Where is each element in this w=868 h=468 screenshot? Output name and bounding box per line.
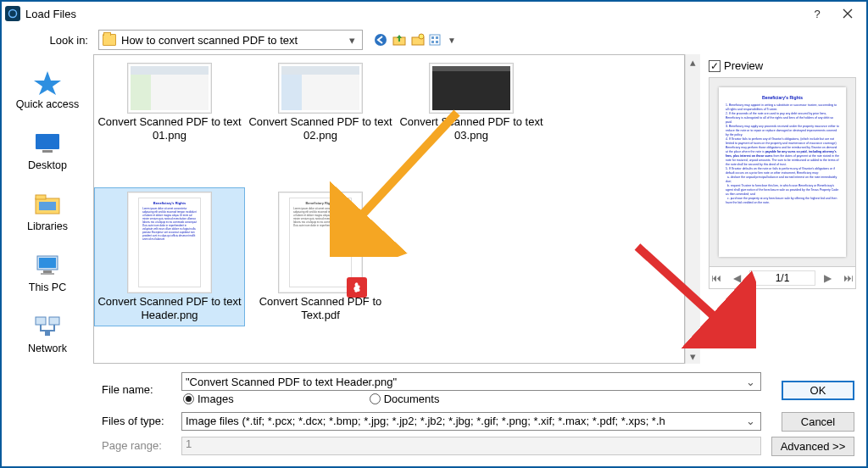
filename-label: File name: — [93, 383, 176, 396]
sidebar-item-label: This PC — [29, 281, 66, 293]
svg-rect-11 — [36, 134, 59, 149]
close-button[interactable] — [832, 2, 863, 25]
sidebar-item-label: Desktop — [28, 159, 67, 171]
sidebar-item-desktop[interactable]: Desktop — [2, 124, 93, 176]
folder-icon — [103, 34, 116, 46]
svg-rect-15 — [39, 202, 56, 210]
view-menu-icon[interactable] — [429, 32, 444, 47]
places-sidebar: Quick access Desktop Libraries This PC — [2, 54, 93, 466]
checkbox-icon: ✓ — [709, 60, 721, 72]
filesoftype-value: Image files (*.tif; *.pcx; *.dcx; *.bmp;… — [186, 415, 743, 427]
file-thumbnail: Beneficiary RightsLorem ipsum dolor sit … — [278, 192, 363, 293]
sidebar-item-network[interactable]: Network — [2, 307, 93, 359]
sidebar-item-thispc[interactable]: This PC — [2, 246, 93, 298]
pager-next-icon[interactable]: ▶ — [821, 272, 835, 284]
advanced-button[interactable]: Advanced >> — [771, 437, 854, 456]
pager-first-icon[interactable]: ⏮ — [708, 272, 725, 284]
svg-rect-9 — [436, 41, 438, 43]
radio-documents[interactable]: Documents — [370, 393, 440, 405]
file-name-label: Convert Scanned PDF to Text.pdf — [248, 295, 393, 322]
svg-rect-5 — [430, 35, 440, 45]
svg-rect-8 — [431, 41, 434, 43]
chevron-down-icon[interactable]: ⌄ — [743, 415, 757, 427]
load-files-dialog: Load Files ? Look in: How to convert sca… — [0, 0, 868, 468]
file-list[interactable]: Convert Scanned PDF to text 01.png Conve… — [93, 54, 685, 364]
radio-images[interactable]: Images — [183, 393, 234, 405]
radio-off-icon — [370, 393, 381, 404]
file-name-label: Convert Scanned PDF to text 02.png — [248, 115, 393, 142]
preview-pager: ⏮ ◀ 1/1 ▶ ⏭ — [709, 267, 856, 289]
radio-documents-label: Documents — [384, 393, 440, 405]
libraries-icon — [29, 190, 66, 219]
filename-input[interactable]: "Convert Scanned PDF to text Header.png"… — [181, 372, 761, 391]
svg-rect-18 — [43, 270, 52, 273]
file-item-selected[interactable]: Beneficiary's RightsLorem ipsum dolor si… — [94, 187, 245, 326]
filesoftype-input[interactable]: Image files (*.tif; *.pcx; *.dcx; *.bmp;… — [181, 412, 761, 431]
lookin-value: How to convert scanned PDF to text — [121, 34, 340, 47]
radio-images-label: Images — [198, 393, 234, 405]
svg-rect-7 — [436, 36, 438, 39]
new-folder-icon[interactable] — [410, 32, 426, 47]
file-thumbnail — [429, 63, 514, 114]
back-icon[interactable] — [373, 32, 388, 47]
file-item[interactable]: Convert Scanned PDF to text 01.png — [94, 58, 245, 147]
file-thumbnail — [127, 63, 212, 114]
ok-button[interactable]: OK — [782, 381, 854, 400]
svg-point-4 — [419, 34, 424, 39]
file-item[interactable]: Beneficiary RightsLorem ipsum dolor sit … — [245, 187, 396, 326]
preview-checkbox[interactable]: ✓ Preview — [709, 59, 856, 72]
thispc-icon — [29, 251, 66, 280]
chevron-down-icon[interactable]: ⌄ — [743, 376, 757, 388]
sidebar-item-label: Network — [28, 343, 67, 354]
preview-label: Preview — [724, 59, 763, 72]
file-item[interactable]: Convert Scanned PDF to text 03.png — [396, 58, 547, 147]
sidebar-item-libraries[interactable]: Libraries — [2, 185, 93, 237]
sidebar-item-quickaccess[interactable]: Quick access — [2, 63, 93, 115]
pager-prev-icon[interactable]: ◀ — [730, 272, 744, 284]
filesoftype-label: Files of type: — [93, 415, 176, 427]
app-icon — [5, 6, 20, 21]
scrollbar-vertical[interactable]: ▴ ▾ — [685, 54, 700, 364]
cancel-button[interactable]: Cancel — [782, 412, 854, 432]
file-name-label: Convert Scanned PDF to text Header.png — [97, 295, 242, 322]
pdf-icon — [347, 277, 367, 298]
filename-value: "Convert Scanned PDF to text Header.png" — [186, 376, 743, 388]
network-icon — [29, 312, 66, 341]
svg-rect-6 — [431, 36, 434, 39]
pager-last-icon[interactable]: ⏭ — [840, 272, 857, 284]
svg-rect-20 — [36, 317, 46, 325]
desktop-icon — [29, 129, 66, 158]
window-title: Load Files — [25, 8, 76, 20]
lookin-combo[interactable]: How to convert scanned PDF to text ▾ — [98, 30, 363, 50]
preview-page: Beneficiary's Rights 1. Beneficiary may … — [719, 87, 846, 257]
svg-rect-19 — [41, 273, 54, 275]
help-button[interactable]: ? — [802, 2, 832, 25]
svg-marker-10 — [34, 71, 61, 95]
svg-rect-22 — [45, 331, 50, 336]
scroll-down-icon[interactable]: ▾ — [686, 348, 700, 364]
file-name-label: Convert Scanned PDF to text 03.png — [398, 115, 544, 142]
bottom-panel: File name: "Convert Scanned PDF to text … — [93, 364, 863, 461]
toolbar: Look in: How to convert scanned PDF to t… — [2, 25, 866, 54]
chevron-down-icon[interactable]: ▾ — [345, 34, 359, 47]
file-thumbnail: Beneficiary's RightsLorem ipsum dolor si… — [127, 192, 212, 293]
scroll-up-icon[interactable]: ▴ — [686, 54, 700, 70]
title-bar: Load Files ? — [2, 2, 866, 25]
sidebar-item-label: Quick access — [16, 98, 79, 110]
svg-rect-12 — [42, 150, 53, 153]
svg-rect-17 — [39, 258, 56, 268]
svg-rect-14 — [36, 195, 46, 199]
chevron-down-icon[interactable]: ▼ — [448, 36, 456, 45]
pagerange-label: Page range: — [93, 439, 176, 452]
file-name-label: Convert Scanned PDF to text 01.png — [97, 115, 242, 142]
quick-access-icon — [29, 68, 66, 97]
page-indicator: 1/1 — [749, 270, 816, 286]
file-thumbnail — [278, 63, 363, 114]
pagerange-input: 1 — [181, 437, 761, 455]
lookin-label: Look in: — [10, 34, 93, 47]
svg-point-1 — [375, 34, 387, 46]
radio-on-icon — [183, 393, 194, 404]
up-one-level-icon[interactable] — [392, 32, 407, 47]
file-item[interactable]: Convert Scanned PDF to text 02.png — [245, 58, 396, 147]
sidebar-item-label: Libraries — [27, 220, 68, 232]
